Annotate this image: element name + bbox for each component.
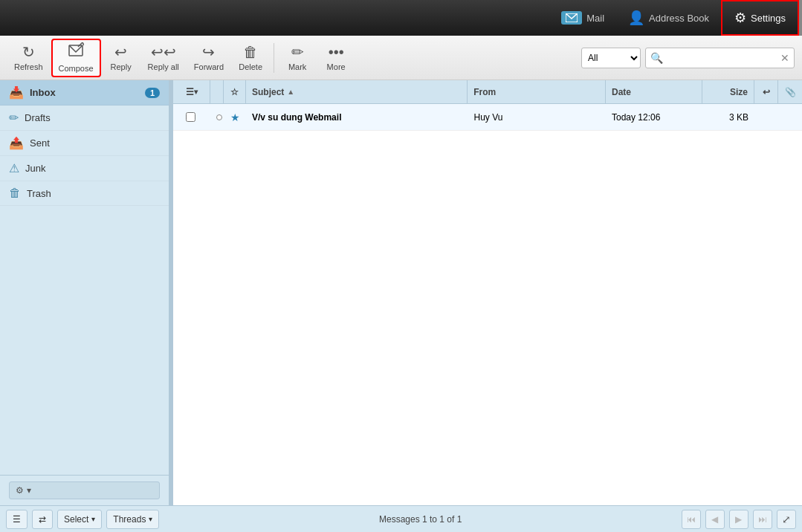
reply-button[interactable]: ↩ Reply xyxy=(103,39,140,77)
threads-button[interactable]: Threads ▾ xyxy=(106,510,159,529)
replyall-button[interactable]: ↩↩ Reply all xyxy=(141,39,186,77)
inbox-label: Inbox xyxy=(30,87,56,98)
row-attach xyxy=(778,104,802,130)
row-subject[interactable]: V/v su dung Webmail xyxy=(246,104,468,130)
list-view-button[interactable]: ☰ xyxy=(6,510,28,529)
refresh-button[interactable]: ↻ Refresh xyxy=(7,39,50,77)
nav-collapse[interactable] xyxy=(799,0,802,36)
search-close-icon[interactable]: ✕ xyxy=(780,52,789,64)
search-box[interactable]: 🔍 ✕ xyxy=(645,48,795,68)
header-dot xyxy=(210,80,224,103)
header-size[interactable]: Size xyxy=(702,80,754,103)
sent-icon: 📤 xyxy=(9,136,24,150)
inbox-icon: 📥 xyxy=(9,85,24,100)
star-icon[interactable]: ★ xyxy=(230,111,240,123)
unread-indicator xyxy=(216,114,222,120)
header-star[interactable]: ☆ xyxy=(224,80,246,103)
prev-page-button[interactable]: ◀ xyxy=(705,510,725,529)
drafts-label: Drafts xyxy=(25,112,51,123)
sidebar-spacer xyxy=(0,206,169,475)
settings-arrow: ▾ xyxy=(27,485,31,496)
replyall-icon: ↩↩ xyxy=(151,45,176,59)
refresh-label: Refresh xyxy=(14,62,43,71)
replyall-label: Reply all xyxy=(148,62,179,71)
settings-label: Settings xyxy=(751,13,786,24)
status-bar: ☰ ⇄ Select ▾ Threads ▾ Messages 1 to 1 o… xyxy=(0,505,802,532)
last-page-button[interactable]: ⏭ xyxy=(753,510,772,529)
options-icon: ☰ xyxy=(186,87,194,97)
header-subject[interactable]: Subject ▲ xyxy=(246,80,468,103)
more-label: More xyxy=(327,62,346,71)
mail-icon xyxy=(561,11,582,25)
nav-addressbook[interactable]: 👤 Address Book xyxy=(616,0,721,36)
expand-icon: ⤢ xyxy=(782,513,791,525)
table-row[interactable]: ★ V/v su dung Webmail Huy Vu Today 12:06… xyxy=(173,104,802,131)
threads-arrow-icon: ▾ xyxy=(149,515,152,523)
settings-gear-icon: ⚙ xyxy=(16,485,24,496)
header-options[interactable]: ☰ ▾ xyxy=(173,80,210,103)
size-text: 3 KB xyxy=(708,112,748,123)
filter-select[interactable]: All Unread Starred Deleted xyxy=(581,48,641,68)
more-button[interactable]: ••• More xyxy=(317,39,355,77)
search-input[interactable] xyxy=(666,53,777,63)
thread-view-button[interactable]: ⇄ xyxy=(32,510,53,529)
sidebar-item-trash[interactable]: 🗑 Trash xyxy=(0,181,169,206)
sidebar-item-junk[interactable]: ⚠ Junk xyxy=(0,156,169,181)
thread-view-icon: ⇄ xyxy=(39,514,46,525)
header-date[interactable]: Date xyxy=(606,80,702,103)
delete-button[interactable]: 🗑 Delete xyxy=(232,39,269,77)
header-from[interactable]: From xyxy=(468,80,606,103)
email-list-panel: ☰ ▾ ☆ Subject ▲ From Date Size ↩ xyxy=(173,80,802,505)
mail-label: Mail xyxy=(586,13,604,24)
compose-button[interactable]: Compose xyxy=(51,39,101,77)
sidebar-settings-button[interactable]: ⚙ ▾ xyxy=(9,481,160,499)
next-page-icon: ▶ xyxy=(735,514,742,525)
top-navbar: Mail 👤 Address Book ⚙ Settings xyxy=(0,0,802,36)
nav-mail[interactable]: Mail xyxy=(549,0,616,36)
mark-icon: ✏ xyxy=(291,45,304,59)
reply-icon: ↩ xyxy=(114,45,127,59)
sidebar-footer: ⚙ ▾ xyxy=(0,475,169,505)
next-page-button[interactable]: ▶ xyxy=(729,510,748,529)
row-options[interactable] xyxy=(173,104,210,130)
last-page-icon: ⏭ xyxy=(758,514,767,525)
junk-label: Junk xyxy=(25,163,45,174)
junk-icon: ⚠ xyxy=(9,161,19,175)
toolbar: ↻ Refresh Compose ↩ Reply ↩↩ Reply all ↪… xyxy=(0,36,802,80)
expand-button[interactable]: ⤢ xyxy=(777,510,796,529)
header-reply: ↩ xyxy=(754,80,778,103)
email-list-empty xyxy=(173,131,802,505)
sent-label: Sent xyxy=(30,137,50,149)
person-icon: 👤 xyxy=(628,10,644,26)
sidebar: 📥 Inbox 1 ✏ Drafts 📤 Sent ⚠ Junk 🗑 Trash… xyxy=(0,80,169,505)
drafts-icon: ✏ xyxy=(9,111,19,125)
first-page-button[interactable]: ⏮ xyxy=(682,510,701,529)
reply-label: Reply xyxy=(111,62,132,71)
gear-icon: ⚙ xyxy=(734,10,746,26)
forward-button[interactable]: ↪ Forward xyxy=(187,39,230,77)
from-text: Huy Vu xyxy=(474,112,503,123)
mark-button[interactable]: ✏ Mark xyxy=(279,39,316,77)
nav-settings[interactable]: ⚙ Settings xyxy=(721,0,799,36)
inbox-badge: 1 xyxy=(145,88,160,98)
select-button[interactable]: Select ▾ xyxy=(57,510,102,529)
refresh-icon: ↻ xyxy=(22,45,35,59)
search-icon: 🔍 xyxy=(650,52,663,64)
delete-icon: 🗑 xyxy=(243,45,258,59)
compose-icon xyxy=(68,42,84,61)
email-list-header: ☰ ▾ ☆ Subject ▲ From Date Size ↩ xyxy=(173,80,802,104)
delete-label: Delete xyxy=(239,62,262,71)
row-checkbox[interactable] xyxy=(186,112,195,122)
sidebar-item-drafts[interactable]: ✏ Drafts xyxy=(0,106,169,131)
row-star[interactable]: ★ xyxy=(224,104,246,130)
row-from[interactable]: Huy Vu xyxy=(468,104,607,130)
sidebar-item-sent[interactable]: 📤 Sent xyxy=(0,131,169,156)
toolbar-right: All Unread Starred Deleted 🔍 ✕ xyxy=(581,48,795,68)
list-view-icon: ☰ xyxy=(13,514,21,525)
header-attach: 📎 xyxy=(778,80,802,103)
sidebar-item-inbox[interactable]: 📥 Inbox 1 xyxy=(0,80,169,106)
trash-label: Trash xyxy=(27,188,51,199)
row-unread-dot xyxy=(210,104,224,130)
trash-icon: 🗑 xyxy=(9,186,21,200)
prev-page-icon: ◀ xyxy=(711,514,718,525)
